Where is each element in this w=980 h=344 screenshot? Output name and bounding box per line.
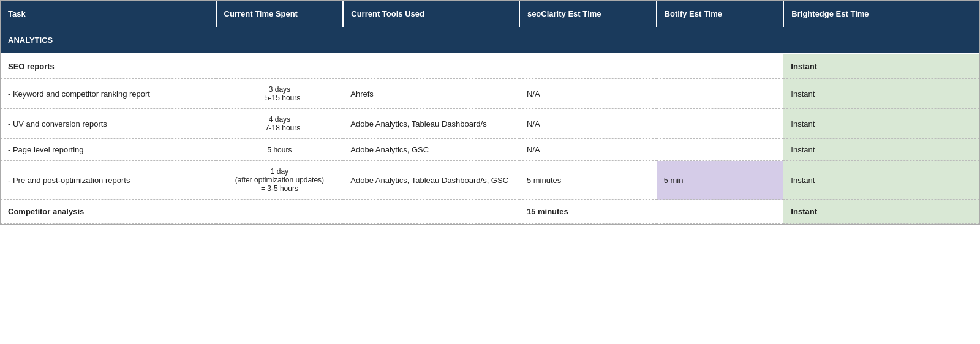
row-page-botify [657, 139, 784, 161]
row-page-time-line1: 5 hours [224, 146, 336, 154]
sub-header-seo-brightedge: Instant [783, 54, 979, 79]
sub-header-seo-reports: SEO reports Instant [1, 54, 979, 79]
sub-header-competitor-botify [657, 200, 784, 224]
sub-header-competitor-tools [343, 200, 519, 224]
row-keyword-time-line1: 3 days [224, 85, 336, 94]
row-uv-task: - UV and conversion reports [1, 109, 216, 139]
col-header-botify: Botify Est Time [657, 1, 784, 27]
sub-header-competitor-brightedge: Instant [783, 200, 979, 224]
sub-header-competitor-seoclarity: 15 minutes [519, 200, 657, 224]
row-prepost-botify: 5 min [657, 161, 784, 200]
row-keyword-time-line2: = 5-15 hours [224, 94, 336, 102]
row-prepost-brightedge: Instant [783, 161, 979, 200]
section-analytics-brightedge [783, 27, 979, 54]
row-prepost-time: 1 day (after optimization updates) = 3-5… [216, 161, 344, 200]
section-analytics-botify [657, 27, 784, 54]
row-uv-time: 4 days = 7-18 hours [216, 109, 344, 139]
row-prepost-task: - Pre and post-optimization reports [1, 161, 216, 200]
sub-header-competitor: Competitor analysis 15 minutes Instant [1, 200, 979, 224]
col-header-seoclarity: seoClarity Est TIme [519, 1, 657, 27]
row-keyword-botify [657, 79, 784, 109]
section-header-analytics: ANALYTICS [1, 27, 979, 54]
row-keyword-seoclarity: N/A [519, 79, 657, 109]
row-prepost-tools: Adobe Analytics, Tableau Dashboard/s, GS… [343, 161, 519, 200]
row-uv-botify [657, 109, 784, 139]
sub-header-competitor-time [216, 200, 344, 224]
row-prepost-time-line2: (after optimization updates) [224, 176, 336, 184]
col-header-time-spent: Current Time Spent [216, 1, 344, 27]
row-uv-seoclarity: N/A [519, 109, 657, 139]
table-row: - Page level reporting 5 hours Adobe Ana… [1, 139, 979, 161]
table-row: - Pre and post-optimization reports 1 da… [1, 161, 979, 200]
row-prepost-time-line1: 1 day [224, 167, 336, 176]
row-keyword-tools: Ahrefs [343, 79, 519, 109]
row-keyword-time: 3 days = 5-15 hours [216, 79, 344, 109]
row-page-seoclarity: N/A [519, 139, 657, 161]
comparison-table: Task Current Time Spent Current Tools Us… [0, 0, 980, 225]
row-keyword-brightedge: Instant [783, 79, 979, 109]
col-header-task: Task [1, 1, 216, 27]
sub-header-competitor-label: Competitor analysis [1, 200, 216, 224]
section-analytics-time [216, 27, 344, 54]
col-header-tools-used: Current Tools Used [343, 1, 519, 27]
table-header-row: Task Current Time Spent Current Tools Us… [1, 1, 979, 27]
col-header-brightedge: Brightedge Est Time [783, 1, 979, 27]
sub-header-seo-label: SEO reports [1, 54, 783, 79]
row-page-time: 5 hours [216, 139, 344, 161]
row-prepost-time-line3: = 3-5 hours [224, 184, 336, 193]
table-row: - Keyword and competitor ranking report … [1, 79, 979, 109]
row-uv-time-line2: = 7-18 hours [224, 124, 336, 132]
section-analytics-tools [343, 27, 519, 54]
row-page-tools: Adobe Analytics, GSC [343, 139, 519, 161]
table-row: - UV and conversion reports 4 days = 7-1… [1, 109, 979, 139]
section-analytics-seoclarity [519, 27, 657, 54]
row-uv-time-line1: 4 days [224, 115, 336, 124]
row-keyword-task: - Keyword and competitor ranking report [1, 79, 216, 109]
row-page-task: - Page level reporting [1, 139, 216, 161]
section-label-analytics: ANALYTICS [1, 27, 216, 54]
row-uv-brightedge: Instant [783, 109, 979, 139]
row-prepost-seoclarity: 5 minutes [519, 161, 657, 200]
row-page-brightedge: Instant [783, 139, 979, 161]
row-uv-tools: Adobe Analytics, Tableau Dashboard/s [343, 109, 519, 139]
